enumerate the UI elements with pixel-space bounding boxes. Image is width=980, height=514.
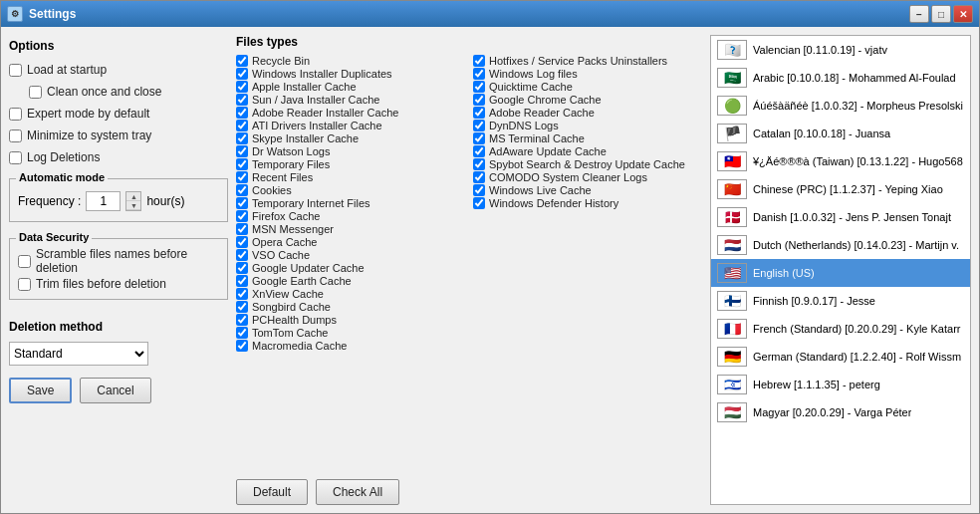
data-security-group: Data Security Scramble files names befor…: [9, 238, 228, 300]
language-item[interactable]: 🟢Áúéšàäñéè [1.0.0.32] - Morpheus Presols…: [711, 92, 970, 120]
file-checkbox[interactable]: [473, 81, 485, 93]
minimize-button[interactable]: −: [909, 5, 929, 23]
file-checkbox[interactable]: [236, 171, 248, 183]
check-all-button[interactable]: Check All: [316, 479, 399, 505]
file-label: Sun / Java Installer Cache: [252, 94, 379, 106]
file-checkbox[interactable]: [236, 145, 248, 157]
file-checkbox[interactable]: [236, 327, 248, 339]
file-checkbox[interactable]: [473, 68, 485, 80]
file-checkbox[interactable]: [473, 107, 485, 119]
file-item: PCHealth Dumps: [236, 314, 465, 326]
file-checkbox[interactable]: [473, 158, 485, 170]
file-checkbox[interactable]: [236, 107, 248, 119]
language-item[interactable]: 🏴󠁥󠁳󠁶󠁣󠁿Valencian [0.11.0.19] - vjatv: [711, 36, 970, 64]
language-item[interactable]: 🇩🇰Danish [1.0.0.32] - Jens P. Jensen Ton…: [711, 203, 970, 231]
log-deletions-checkbox[interactable]: [9, 151, 22, 164]
file-item: Google Updater Cache: [236, 262, 465, 274]
close-button[interactable]: ✕: [953, 5, 973, 23]
file-checkbox[interactable]: [473, 171, 485, 183]
file-checkbox[interactable]: [236, 275, 248, 287]
file-label: Windows Defender History: [489, 197, 618, 209]
file-checkbox[interactable]: [236, 301, 248, 313]
automatic-mode-label: Automatic mode: [16, 171, 108, 183]
language-flag: 🇹🇼: [717, 151, 747, 171]
expert-mode-checkbox[interactable]: [9, 108, 22, 121]
file-checkbox[interactable]: [236, 288, 248, 300]
file-checkbox[interactable]: [473, 120, 485, 131]
trim-files-checkbox[interactable]: [18, 278, 31, 291]
file-label: Adobe Reader Cache: [489, 107, 595, 119]
file-label: VSO Cache: [252, 249, 310, 261]
language-item[interactable]: 🇹🇼¥¿Äé®®®à (Taiwan) [0.13.1.22] - Hugo56…: [711, 147, 970, 175]
file-item: Temporary Files: [236, 158, 465, 170]
cancel-button[interactable]: Cancel: [80, 378, 150, 403]
file-checkbox[interactable]: [236, 197, 248, 209]
language-item[interactable]: 🇺🇸English (US): [711, 259, 970, 287]
language-item[interactable]: 🏴Catalan [0.10.0.18] - Juansa: [711, 120, 970, 147]
file-label: AdAware Update Cache: [489, 145, 607, 157]
language-item[interactable]: 🇳🇱Dutch (Netherlands) [0.14.0.23] - Mart…: [711, 231, 970, 259]
file-checkbox[interactable]: [236, 68, 248, 80]
file-checkbox[interactable]: [236, 184, 248, 196]
maximize-button[interactable]: □: [931, 5, 951, 23]
file-checkbox[interactable]: [473, 145, 485, 157]
scramble-files-checkbox[interactable]: [18, 255, 31, 268]
file-checkbox[interactable]: [236, 158, 248, 170]
file-checkbox[interactable]: [473, 132, 485, 144]
language-item[interactable]: 🇨🇳Chinese (PRC) [1.1.2.37] - Yeping Xiao: [711, 175, 970, 203]
files-columns: Recycle BinWindows Installer DuplicatesA…: [236, 55, 702, 471]
language-item[interactable]: 🇭🇺Magyar [0.20.0.29] - Varga Péter: [711, 398, 970, 426]
file-checkbox[interactable]: [236, 314, 248, 326]
file-item: XnView Cache: [236, 288, 465, 300]
file-checkbox[interactable]: [236, 94, 248, 106]
frequency-unit: hour(s): [146, 194, 184, 208]
file-checkbox[interactable]: [236, 81, 248, 93]
language-item[interactable]: 🇫🇮Finnish [0.9.0.17] - Jesse: [711, 287, 970, 315]
file-checkbox[interactable]: [236, 223, 248, 235]
language-item[interactable]: 🇫🇷French (Standard) [0.20.0.29] - Kyle K…: [711, 315, 970, 343]
file-label: Temporary Internet Files: [252, 197, 370, 209]
language-flag: 🏴: [717, 124, 747, 143]
expert-mode-label: Expert mode by default: [27, 107, 149, 121]
language-item[interactable]: 🇩🇪German (Standard) [1.2.2.40] - Rolf Wi…: [711, 343, 970, 371]
language-name: Hebrew [1.1.1.35] - peterg: [753, 379, 880, 390]
file-item: Windows Defender History: [473, 197, 702, 209]
file-checkbox[interactable]: [473, 94, 485, 106]
frequency-input[interactable]: [86, 191, 121, 211]
file-checkbox[interactable]: [473, 55, 485, 67]
file-checkbox[interactable]: [236, 132, 248, 144]
save-button[interactable]: Save: [9, 378, 72, 403]
file-checkbox[interactable]: [236, 210, 248, 222]
language-item[interactable]: 🇮🇱Hebrew [1.1.1.35] - peterg: [711, 371, 970, 398]
language-item[interactable]: 🇸🇦Arabic [0.10.0.18] - Mohammed Al-Foula…: [711, 64, 970, 92]
file-label: Songbird Cache: [252, 301, 331, 313]
language-name: Arabic [0.10.0.18] - Mohammed Al-Foulad: [753, 72, 956, 84]
deletion-method-select[interactable]: Standard DoD 5220.22-M Gutmann: [9, 342, 148, 366]
default-button[interactable]: Default: [236, 479, 308, 505]
file-item: Windows Installer Duplicates: [236, 68, 465, 80]
file-checkbox[interactable]: [236, 236, 248, 248]
load-startup-checkbox[interactable]: [9, 64, 22, 77]
file-item: Sun / Java Installer Cache: [236, 94, 465, 106]
spinner-down[interactable]: ▼: [126, 201, 140, 210]
file-item: Recent Files: [236, 171, 465, 183]
spinner-up[interactable]: ▲: [126, 192, 140, 201]
file-checkbox[interactable]: [236, 55, 248, 67]
data-security-label: Data Security: [16, 231, 92, 243]
file-checkbox[interactable]: [236, 262, 248, 274]
file-label: Google Earth Cache: [252, 275, 352, 287]
file-checkbox[interactable]: [236, 340, 248, 352]
minimize-tray-checkbox[interactable]: [9, 129, 22, 142]
frequency-spinner[interactable]: ▲ ▼: [125, 191, 141, 211]
file-label: Skype Installer Cache: [252, 132, 359, 144]
language-list[interactable]: 🏴󠁥󠁳󠁶󠁣󠁿Valencian [0.11.0.19] - vjatv🇸🇦Ara…: [711, 36, 970, 504]
file-item: DynDNS Logs: [473, 120, 702, 131]
middle-panel: Files types Recycle BinWindows Installer…: [236, 35, 702, 505]
file-checkbox[interactable]: [236, 120, 248, 131]
file-checkbox[interactable]: [473, 184, 485, 196]
file-checkbox[interactable]: [473, 197, 485, 209]
file-checkbox[interactable]: [236, 249, 248, 261]
language-name: Áúéšàäñéè [1.0.0.32] - Morpheus Presolsk…: [753, 100, 963, 112]
files-types-header: Files types: [236, 35, 702, 49]
clean-once-checkbox[interactable]: [29, 86, 42, 99]
